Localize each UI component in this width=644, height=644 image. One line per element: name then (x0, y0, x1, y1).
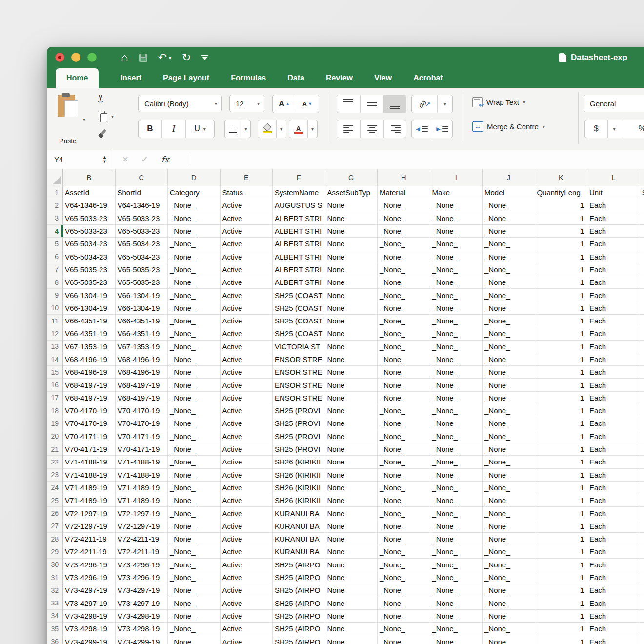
cell-K36[interactable]: 1 (535, 635, 588, 644)
increase-indent-button[interactable]: ▶ (432, 120, 452, 138)
cell-E28[interactable]: Active (221, 533, 273, 545)
cell-H34[interactable]: _None_ (378, 610, 430, 623)
cell-L32[interactable]: Each (587, 584, 640, 597)
cell-K8[interactable]: 1 (535, 276, 588, 289)
cell-J30[interactable]: _None_ (483, 559, 535, 571)
cell-I32[interactable]: _None_ (430, 584, 483, 597)
cell-partial-29[interactable] (640, 545, 644, 558)
cell-L5[interactable]: Each (587, 238, 640, 250)
cell-F1[interactable]: SystemName (273, 186, 325, 199)
cell-I23[interactable]: _None_ (430, 469, 483, 482)
cell-C18[interactable]: V70-4170-19 (116, 404, 168, 417)
cell-B34[interactable]: V73-4298-19 (63, 610, 116, 623)
cell-C20[interactable]: V70-4171-19 (116, 430, 168, 443)
cell-B22[interactable]: V71-4188-19 (63, 456, 116, 468)
cell-H22[interactable]: _None_ (378, 456, 430, 468)
row-header-20[interactable]: 20 (47, 430, 63, 443)
row-header-14[interactable]: 14 (47, 353, 63, 366)
cell-E4[interactable]: Active (221, 225, 273, 238)
row-header-10[interactable]: 10 (47, 302, 63, 315)
cell-C6[interactable]: V65-5034-23 (116, 250, 168, 263)
cell-partial-26[interactable] (640, 507, 644, 520)
row-header-7[interactable]: 7 (47, 263, 63, 276)
merge-centre-button[interactable]: ↔ Merge & Centre ▾ (472, 121, 545, 132)
cell-J21[interactable]: _None_ (483, 443, 535, 456)
cell-partial-7[interactable] (640, 263, 644, 276)
cell-J20[interactable]: _None_ (483, 430, 535, 443)
cell-J13[interactable]: _None_ (483, 341, 535, 353)
cell-L18[interactable]: Each (587, 404, 640, 417)
cell-J32[interactable]: _None_ (483, 584, 535, 597)
cell-K13[interactable]: 1 (535, 341, 588, 353)
home-icon[interactable]: ⌂ (121, 52, 128, 63)
cell-L10[interactable]: Each (587, 302, 640, 315)
wrap-text-caret-icon[interactable]: ▾ (523, 100, 525, 105)
cell-I30[interactable]: _None_ (430, 559, 483, 571)
cell-D4[interactable]: _None_ (168, 225, 221, 238)
cell-B27[interactable]: V72-1297-19 (63, 520, 116, 533)
enter-icon[interactable]: ✓ (141, 154, 149, 165)
cell-E30[interactable]: Active (221, 559, 273, 571)
cell-D2[interactable]: _None_ (168, 199, 221, 212)
row-header-26[interactable]: 26 (47, 507, 63, 520)
cell-F35[interactable]: SH25 (AIRPO (273, 623, 325, 635)
cell-L4[interactable]: Each (587, 225, 640, 238)
cell-J28[interactable]: _None_ (483, 533, 535, 545)
cell-C34[interactable]: V73-4298-19 (116, 610, 168, 623)
cell-K3[interactable]: 1 (535, 212, 588, 225)
cell-B8[interactable]: V65-5035-23 (63, 276, 116, 289)
cell-L33[interactable]: Each (587, 597, 640, 610)
cell-G32[interactable]: None (325, 584, 378, 597)
cell-J8[interactable]: _None_ (483, 276, 535, 289)
cell-C9[interactable]: V66-1304-19 (116, 289, 168, 302)
cell-C22[interactable]: V71-4188-19 (116, 456, 168, 468)
cell-D34[interactable]: _None_ (168, 610, 221, 623)
cell-C15[interactable]: V68-4196-19 (116, 366, 168, 379)
cell-J7[interactable]: _None_ (483, 263, 535, 276)
cell-D9[interactable]: _None_ (168, 289, 221, 302)
orientation-caret-icon[interactable]: ▾ (443, 101, 446, 107)
tab-insert[interactable]: Insert (120, 74, 141, 88)
cell-E9[interactable]: Active (221, 289, 273, 302)
cell-L9[interactable]: Each (587, 289, 640, 302)
cell-E11[interactable]: Active (221, 315, 273, 327)
cell-D6[interactable]: _None_ (168, 250, 221, 263)
cell-E23[interactable]: Active (221, 469, 273, 482)
cell-H32[interactable]: _None_ (378, 584, 430, 597)
cell-J35[interactable]: _None_ (483, 623, 535, 635)
cell-F12[interactable]: SH25 (COAST (273, 327, 325, 340)
cell-D11[interactable]: _None_ (168, 315, 221, 327)
cell-D21[interactable]: _None_ (168, 443, 221, 456)
zoom-button[interactable] (87, 53, 97, 62)
cell-G16[interactable]: None (325, 379, 378, 391)
cell-B21[interactable]: V70-4171-19 (63, 443, 116, 456)
row-header-29[interactable]: 29 (47, 545, 63, 558)
cell-C23[interactable]: V71-4188-19 (116, 469, 168, 482)
cell-B2[interactable]: V64-1346-19 (63, 199, 116, 212)
cell-L2[interactable]: Each (587, 199, 640, 212)
font-color-caret-icon[interactable]: ▾ (311, 126, 314, 132)
cell-G30[interactable]: None (325, 559, 378, 571)
decrease-indent-button[interactable]: ◀ (412, 120, 432, 138)
cell-J23[interactable]: _None_ (483, 469, 535, 482)
cell-partial-14[interactable] (640, 353, 644, 366)
cell-F34[interactable]: SH25 (AIRPO (273, 610, 325, 623)
cell-G5[interactable]: None (325, 238, 378, 250)
cell-B4[interactable]: V65-5033-23 (63, 225, 116, 238)
cell-J12[interactable]: _None_ (483, 327, 535, 340)
cell-B25[interactable]: V71-4189-19 (63, 494, 116, 507)
cell-E7[interactable]: Active (221, 263, 273, 276)
cell-K11[interactable]: 1 (535, 315, 588, 327)
cell-K34[interactable]: 1 (535, 610, 588, 623)
cell-C14[interactable]: V68-4196-19 (116, 353, 168, 366)
cell-L11[interactable]: Each (587, 315, 640, 327)
cell-partial-30[interactable] (640, 559, 644, 571)
cell-L22[interactable]: Each (587, 456, 640, 468)
cell-H31[interactable]: _None_ (378, 571, 430, 584)
cell-K17[interactable]: 1 (535, 392, 588, 404)
cell-G25[interactable]: None (325, 494, 378, 507)
cell-J19[interactable]: _None_ (483, 417, 535, 430)
row-header-33[interactable]: 33 (47, 597, 63, 610)
cell-K4[interactable]: 1 (535, 225, 588, 238)
cell-C12[interactable]: V66-4351-19 (116, 327, 168, 340)
